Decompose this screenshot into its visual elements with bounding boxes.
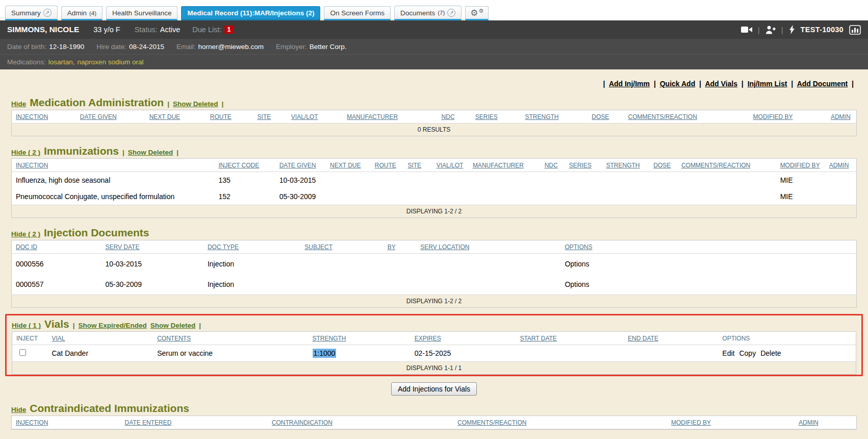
edit-vial-link[interactable]: Edit bbox=[722, 349, 734, 357]
col-subject[interactable]: SUBJECT bbox=[304, 243, 333, 251]
add-person-icon[interactable] bbox=[765, 26, 776, 34]
col-comments-reaction[interactable]: COMMENTS/REACTION bbox=[457, 419, 526, 426]
col-injection[interactable]: INJECTION bbox=[16, 162, 48, 169]
document-options-link[interactable]: Options bbox=[565, 280, 589, 288]
tab-admin[interactable]: Admin (4) bbox=[61, 6, 103, 20]
show-expired-ended-link[interactable]: Show Expired/Ended bbox=[78, 322, 146, 329]
col-doc-type[interactable]: DOC TYPE bbox=[208, 243, 239, 251]
col-end-date[interactable]: END DATE bbox=[628, 335, 658, 342]
medications-label: Medications: bbox=[7, 58, 46, 66]
col-date-entered[interactable]: DATE ENTERED bbox=[125, 419, 172, 426]
col-date-given[interactable]: DATE GIVEN bbox=[279, 162, 316, 169]
tab-medical-record[interactable]: Medical Record (11):MAR/Injections (2) bbox=[181, 6, 320, 20]
show-deleted-med-admin-link[interactable]: Show Deleted bbox=[173, 100, 218, 108]
bar-chart-icon[interactable] bbox=[849, 25, 861, 35]
col-series[interactable]: SERIES bbox=[475, 113, 498, 120]
col-comments-reaction[interactable]: COMMENTS/REACTION bbox=[628, 113, 697, 120]
col-vial-lot[interactable]: VIAL/LOT bbox=[437, 162, 464, 169]
serv-date: 05-30-2009 bbox=[101, 274, 203, 295]
col-serv-location[interactable]: SERV LOCATION bbox=[420, 243, 469, 251]
pipe-separator: | bbox=[601, 80, 607, 88]
tab-documents-label: Documents bbox=[400, 9, 435, 17]
show-deleted-vials-link[interactable]: Show Deleted bbox=[150, 322, 196, 329]
col-ndc[interactable]: NDC bbox=[545, 162, 558, 169]
add-vials-link[interactable]: Add Vials bbox=[705, 80, 737, 88]
col-injection[interactable]: INJECTION bbox=[16, 419, 48, 426]
medication-link-losartan[interactable]: losartan bbox=[48, 58, 73, 66]
col-strength[interactable]: STRENGTH bbox=[525, 113, 559, 120]
quick-add-link[interactable]: Quick Add bbox=[660, 80, 696, 88]
modified-by: MIE bbox=[776, 188, 825, 205]
col-site[interactable]: SITE bbox=[407, 162, 421, 169]
col-date-given[interactable]: DATE GIVEN bbox=[80, 113, 117, 120]
col-vial[interactable]: VIAL bbox=[52, 335, 65, 342]
col-vial-lot[interactable]: VIAL/LOT bbox=[291, 113, 318, 120]
col-admin[interactable]: ADMIN bbox=[831, 113, 851, 120]
section-vials: Hide ( 1 ) Vials | Show Expired/Ended Sh… bbox=[12, 319, 856, 375]
add-inj-imm-link[interactable]: Add Inj/Imm bbox=[609, 80, 650, 88]
col-start-date[interactable]: START DATE bbox=[520, 335, 556, 342]
col-injection[interactable]: INJECTION bbox=[16, 113, 48, 120]
add-injections-for-vials-button[interactable]: Add Injections for Vials bbox=[391, 382, 477, 396]
external-link-icon[interactable]: ↗ bbox=[43, 9, 52, 17]
add-document-link[interactable]: Add Document bbox=[797, 80, 848, 88]
copy-vial-link[interactable]: Copy bbox=[739, 349, 756, 357]
hide-injection-documents-link[interactable]: Hide ( 2 ) bbox=[11, 230, 40, 238]
col-site[interactable]: SITE bbox=[258, 113, 271, 120]
section-immunizations: Hide ( 2 ) Immunizations | Show Deleted … bbox=[11, 145, 857, 218]
medication-link-naproxen[interactable]: naproxen sodium oral bbox=[78, 58, 144, 66]
col-doc-id[interactable]: DOC ID bbox=[16, 243, 37, 251]
col-modified-by[interactable]: MODIFIED BY bbox=[780, 162, 820, 169]
col-modified-by[interactable]: MODIFIED BY bbox=[753, 113, 793, 120]
col-strength[interactable]: STRENGTH bbox=[313, 335, 346, 342]
col-by[interactable]: BY bbox=[388, 243, 396, 251]
vial-select-checkbox[interactable] bbox=[19, 349, 26, 356]
injection-name: Influenza, high dose seasonal bbox=[12, 172, 214, 189]
col-options[interactable]: OPTIONS bbox=[565, 243, 592, 251]
lightning-bolt-icon[interactable] bbox=[789, 25, 795, 34]
tab-summary[interactable]: Summary ↗ bbox=[5, 6, 58, 20]
vial-contents: Serum or vaccine bbox=[153, 345, 308, 362]
hide-medication-administration-link[interactable]: Hide bbox=[11, 100, 26, 108]
document-options-link[interactable]: Options bbox=[565, 260, 589, 268]
vials-table: INJECT VIAL CONTENTS STRENGTH EXPIRES ST… bbox=[12, 331, 856, 375]
medication-administration-table: INJECTION DATE GIVEN NEXT DUE ROUTE SITE… bbox=[11, 110, 857, 136]
col-contraindication[interactable]: CONTRAINDICATION bbox=[272, 419, 333, 426]
col-admin[interactable]: ADMIN bbox=[799, 419, 819, 426]
patient-chart-id: TEST-10030 bbox=[801, 26, 844, 34]
video-camera-icon[interactable] bbox=[741, 26, 752, 33]
col-route[interactable]: ROUTE bbox=[210, 113, 232, 120]
col-serv-date[interactable]: SERV DATE bbox=[106, 243, 140, 251]
col-contents[interactable]: CONTENTS bbox=[157, 335, 191, 342]
col-ndc[interactable]: NDC bbox=[442, 113, 455, 120]
col-manufacturer[interactable]: MANUFACTURER bbox=[347, 113, 398, 120]
col-dose[interactable]: DOSE bbox=[653, 162, 671, 169]
col-next-due[interactable]: NEXT DUE bbox=[330, 162, 361, 169]
col-next-due[interactable]: NEXT DUE bbox=[149, 113, 180, 120]
settings-gear-tab[interactable]: ⚙ ⚙ bbox=[465, 6, 489, 20]
col-route[interactable]: ROUTE bbox=[375, 162, 396, 169]
col-series[interactable]: SERIES bbox=[569, 162, 592, 169]
show-deleted-immunizations-link[interactable]: Show Deleted bbox=[128, 149, 173, 156]
due-list-badge[interactable]: 1 bbox=[224, 26, 234, 34]
col-strength[interactable]: STRENGTH bbox=[606, 162, 640, 169]
col-manufacturer[interactable]: MANUFACTURER bbox=[473, 162, 524, 169]
inj-imm-list-link[interactable]: Inj/Imm List bbox=[748, 80, 787, 88]
hide-contraindicated-link[interactable]: Hide bbox=[11, 406, 26, 413]
tab-on-screen-forms[interactable]: On Screen Forms bbox=[324, 6, 391, 20]
delete-vial-link[interactable]: Delete bbox=[760, 349, 781, 357]
external-link-icon[interactable]: ↗ bbox=[447, 9, 455, 17]
tab-documents[interactable]: Documents (7) ↗ bbox=[394, 6, 462, 20]
col-dose[interactable]: DOSE bbox=[592, 113, 609, 120]
tab-health-surveillance[interactable]: Health Surveillance bbox=[106, 6, 177, 20]
tab-admin-label: Admin bbox=[67, 9, 87, 17]
col-inject-code[interactable]: INJECT CODE bbox=[218, 162, 259, 169]
col-modified-by[interactable]: MODIFIED BY bbox=[671, 419, 711, 426]
hide-vials-link[interactable]: Hide ( 1 ) bbox=[12, 322, 41, 329]
col-comments-reaction[interactable]: COMMENTS/REACTION bbox=[681, 162, 750, 169]
hide-immunizations-link[interactable]: Hide ( 2 ) bbox=[11, 149, 40, 156]
contraindicated-table: INJECTION DATE ENTERED CONTRAINDICATION … bbox=[11, 416, 857, 430]
doc-type: Injection bbox=[203, 254, 300, 275]
col-admin[interactable]: ADMIN bbox=[829, 162, 849, 169]
col-expires[interactable]: EXPIRES bbox=[415, 335, 441, 342]
